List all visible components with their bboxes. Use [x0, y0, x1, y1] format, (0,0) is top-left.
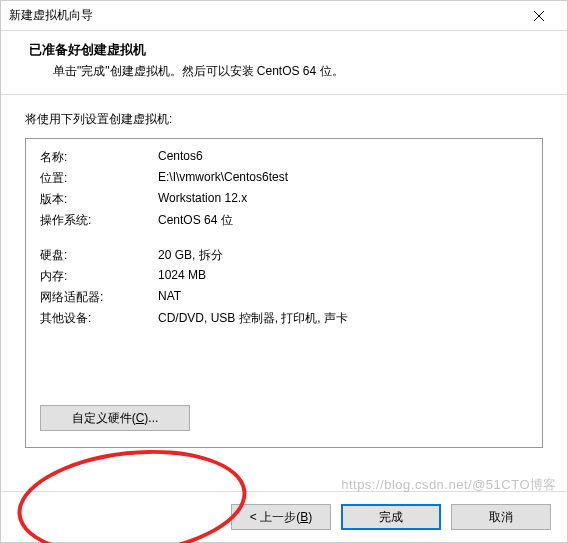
- summary-row: 网络适配器: NAT: [40, 289, 528, 306]
- summary-row: 名称: Centos6: [40, 149, 528, 166]
- label-other: 其他设备:: [40, 310, 158, 327]
- label-disk: 硬盘:: [40, 247, 158, 264]
- summary-row: 内存: 1024 MB: [40, 268, 528, 285]
- value-memory: 1024 MB: [158, 268, 528, 285]
- wizard-window: 新建虚拟机向导 已准备好创建虚拟机 单击"完成"创建虚拟机。然后可以安装 Cen…: [0, 0, 568, 543]
- footer: < 上一步(B) 完成 取消: [1, 491, 567, 542]
- wizard-content: 将使用下列设置创建虚拟机: 名称: Centos6 位置: E:\I\vmwor…: [1, 95, 567, 491]
- summary-box: 名称: Centos6 位置: E:\I\vmwork\Centos6test …: [25, 138, 543, 448]
- label-network: 网络适配器:: [40, 289, 158, 306]
- titlebar: 新建虚拟机向导: [1, 1, 567, 31]
- finish-button[interactable]: 完成: [341, 504, 441, 530]
- cancel-button[interactable]: 取消: [451, 504, 551, 530]
- label-version: 版本:: [40, 191, 158, 208]
- back-button[interactable]: < 上一步(B): [231, 504, 331, 530]
- summary-row: 位置: E:\I\vmwork\Centos6test: [40, 170, 528, 187]
- label-os: 操作系统:: [40, 212, 158, 229]
- value-version: Workstation 12.x: [158, 191, 528, 208]
- wizard-header: 已准备好创建虚拟机 单击"完成"创建虚拟机。然后可以安装 CentOS 64 位…: [1, 31, 567, 95]
- close-button[interactable]: [519, 2, 559, 30]
- summary-row: 其他设备: CD/DVD, USB 控制器, 打印机, 声卡: [40, 310, 528, 327]
- window-title: 新建虚拟机向导: [9, 7, 519, 24]
- value-network: NAT: [158, 289, 528, 306]
- header-title: 已准备好创建虚拟机: [29, 41, 547, 59]
- value-disk: 20 GB, 拆分: [158, 247, 528, 264]
- label-location: 位置:: [40, 170, 158, 187]
- label-name: 名称:: [40, 149, 158, 166]
- label-memory: 内存:: [40, 268, 158, 285]
- value-other: CD/DVD, USB 控制器, 打印机, 声卡: [158, 310, 528, 327]
- lead-text: 将使用下列设置创建虚拟机:: [25, 111, 543, 128]
- close-icon: [534, 11, 544, 21]
- summary-row: 版本: Workstation 12.x: [40, 191, 528, 208]
- summary-row: 操作系统: CentOS 64 位: [40, 212, 528, 229]
- summary-row: 硬盘: 20 GB, 拆分: [40, 247, 528, 264]
- value-name: Centos6: [158, 149, 528, 166]
- value-os: CentOS 64 位: [158, 212, 528, 229]
- value-location: E:\I\vmwork\Centos6test: [158, 170, 528, 187]
- customize-hardware-button[interactable]: 自定义硬件(C)...: [40, 405, 190, 431]
- header-subtitle: 单击"完成"创建虚拟机。然后可以安装 CentOS 64 位。: [29, 63, 547, 80]
